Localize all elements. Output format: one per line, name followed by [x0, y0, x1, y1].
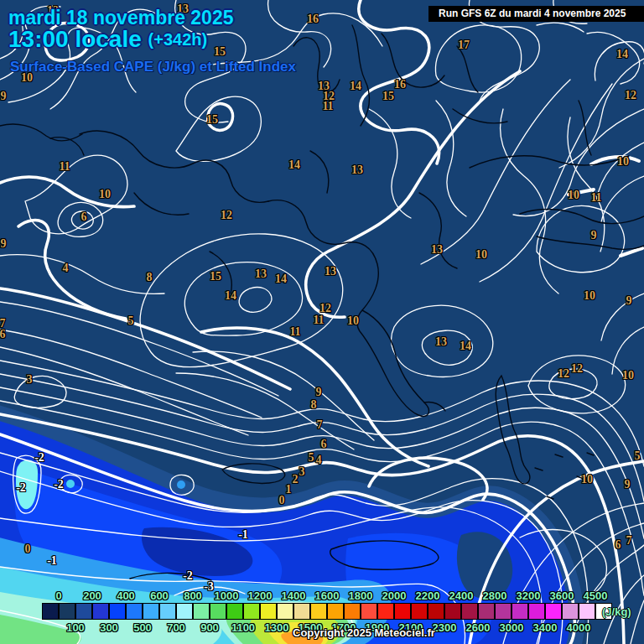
colorbar-swatch [579, 603, 595, 620]
colorbar-tick-label: 1100 [231, 621, 255, 634]
contour-label: 13 [325, 265, 336, 278]
contour-label: 11 [313, 314, 324, 327]
contour-label: 13 [351, 164, 363, 177]
colorbar-tick-label: 4000 [567, 621, 591, 634]
contour-label: 10 [568, 189, 579, 202]
contour-label: 5 [128, 314, 134, 328]
colorbar-swatch [428, 603, 444, 620]
contour-label: 6 [0, 328, 6, 341]
contour-label: 15 [210, 270, 221, 283]
colorbar-swatch [293, 603, 310, 620]
colorbar-tick-label: 1000 [215, 589, 239, 602]
colorbar-tick-label: 1200 [248, 589, 273, 602]
colorbar-tick-label: 1400 [282, 589, 306, 602]
unit-label: (J/kg) [602, 605, 631, 618]
contour-label: -2 [16, 481, 26, 495]
contour-label: 11 [289, 325, 300, 339]
colorbar-tick-label: 3400 [533, 621, 558, 634]
colorbar-swatch [344, 603, 361, 620]
colorbar-swatch [361, 603, 377, 620]
colorbar-tick-label: 500 [133, 621, 152, 634]
colorbar-swatch [243, 603, 260, 620]
colorbar-swatch [478, 603, 495, 620]
contour-label: 11 [59, 160, 70, 174]
colorbar-swatch [143, 603, 159, 620]
contour-label: 9 [316, 386, 322, 399]
contour-label: 4 [316, 454, 322, 467]
colorbar-tick-label: 2400 [449, 589, 474, 602]
contour-label: 10 [584, 289, 595, 303]
forecast-offset-text: (+342h) [148, 30, 208, 49]
colorbar-swatch [176, 603, 193, 620]
contour-label: 14 [350, 80, 361, 93]
colorbar-tick-label: 100 [66, 621, 85, 634]
contour-label: 12 [625, 89, 636, 102]
colorbar-swatch [42, 603, 59, 620]
contour-label: 14 [275, 273, 287, 286]
contour-label: 15 [206, 113, 218, 127]
colorbar-tick-label: 200 [83, 589, 101, 602]
contour-label: 9 [1, 237, 7, 251]
colorbar-tick-label: 1300 [265, 621, 289, 634]
run-info-text: Run GFS 6Z du mardi 4 novembre 2025 [439, 8, 626, 19]
contour-label: 16 [394, 78, 406, 91]
contour-label: 14 [288, 158, 300, 172]
contour-label: 6 [81, 210, 87, 224]
contour-label: 15 [214, 45, 226, 59]
contour-label: 2 [293, 473, 299, 486]
contour-label: 5 [635, 449, 641, 463]
contour-label: 3 [27, 373, 33, 387]
parameter-subtitle: Surface-Based CAPE (J/kg) et Lifted Inde… [10, 59, 296, 75]
colorbar-swatch [377, 603, 394, 620]
colorbar-tick-label: 3000 [500, 621, 524, 634]
contour-label: 13 [255, 267, 267, 281]
contour-label: 9 [1, 90, 7, 103]
contour-label: 14 [225, 289, 236, 303]
contour-label: 5 [309, 451, 314, 465]
weather-map-page: 1213161517141091314161215111215101114131… [0, 0, 644, 644]
contour-label: 14 [460, 340, 471, 353]
contour-label: 12 [558, 367, 569, 381]
contour-label: 0 [279, 494, 285, 507]
colorbar-swatch [310, 603, 327, 620]
contour-label: 12 [571, 362, 583, 376]
contour-label: 9 [625, 478, 631, 491]
contour-label: -2 [54, 478, 64, 491]
colorbar-tick-label: 900 [200, 621, 219, 634]
colorbar-tick-label: 700 [167, 621, 185, 634]
contour-label: 6 [615, 538, 621, 552]
contour-label: -2 [34, 451, 44, 465]
run-info-box: Run GFS 6Z du mardi 4 novembre 2025 [428, 6, 644, 22]
colorbar-tick-label: 1600 [315, 589, 340, 602]
colorbar-swatch [260, 603, 277, 620]
contour-label: -1 [238, 528, 248, 542]
colorbar-tick-label: 2600 [466, 621, 491, 634]
colorbar-swatch [327, 603, 344, 620]
colorbar-swatch [495, 603, 512, 620]
colorbar-swatch [528, 603, 545, 620]
contour-label: -3 [204, 580, 214, 594]
contour-label: 14 [616, 48, 628, 61]
contour-label: 12 [221, 209, 232, 222]
colorbar-swatch [545, 603, 562, 620]
colorbar-swatch [210, 603, 226, 620]
contour-label: -2 [183, 569, 193, 583]
local-time-text: 13:00 locale [8, 26, 142, 52]
contour-label: 10 [99, 188, 111, 201]
colorbar-tick-label: 600 [150, 589, 169, 602]
colorbar-tick-label: 300 [100, 621, 118, 634]
contour-label: 7 [317, 418, 323, 432]
colorbar-tick-label: 3600 [550, 589, 574, 602]
colorbar-tick-label: 400 [117, 589, 135, 602]
contour-label: 10 [347, 314, 359, 328]
colorbar-swatch [444, 603, 461, 620]
contour-label: 3 [299, 465, 305, 479]
contour-label: 7 [626, 534, 632, 548]
colorbar-tick-label: 2000 [382, 589, 407, 602]
contour-label: 16 [307, 13, 319, 26]
colorbar-swatch [109, 603, 126, 620]
contour-label: 9 [626, 294, 632, 308]
colorbar-tick-label: 4500 [584, 589, 608, 602]
colorbar-tick-label: 800 [184, 589, 202, 602]
colorbar-swatch [277, 603, 293, 620]
